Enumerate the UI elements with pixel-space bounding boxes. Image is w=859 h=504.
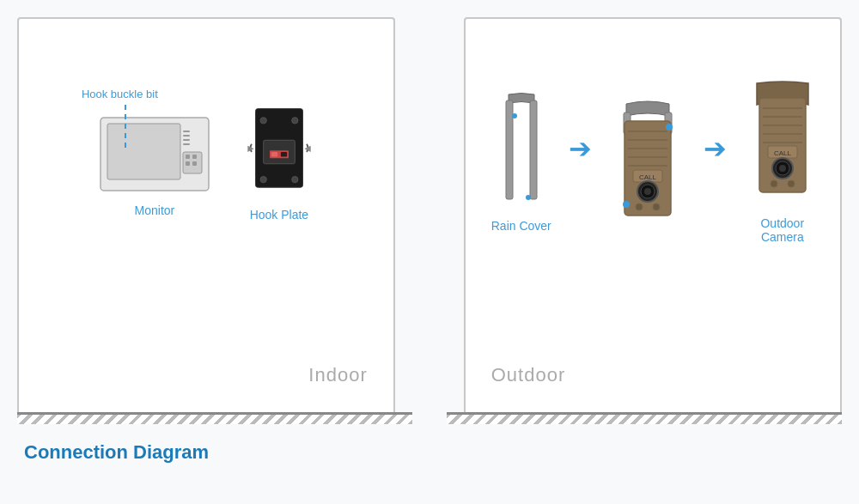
svg-rect-20 bbox=[506, 100, 513, 199]
main-container: Hook buckle bit bbox=[0, 0, 859, 504]
connection-diagram-section: Connection Diagram bbox=[21, 441, 842, 464]
floor-gap bbox=[412, 412, 447, 426]
arrow-to-final-camera: ➔ bbox=[704, 132, 727, 165]
floor-area bbox=[17, 412, 842, 426]
svg-point-15 bbox=[292, 176, 298, 182]
outdoor-label: Outdoor bbox=[491, 364, 566, 386]
svg-rect-2 bbox=[183, 131, 190, 132]
monitor-label: Monitor bbox=[135, 203, 175, 217]
hook-buckle-line bbox=[125, 105, 126, 148]
svg-point-38 bbox=[653, 203, 660, 210]
hookplate-label: Hook Plate bbox=[250, 208, 308, 222]
svg-point-12 bbox=[260, 118, 266, 124]
monitor-image bbox=[99, 113, 210, 195]
monitor-block: Hook buckle bit bbox=[99, 113, 210, 217]
svg-point-40 bbox=[623, 201, 630, 208]
camera-with-cover-block: CALL bbox=[609, 97, 686, 226]
sections-wrapper: Hook buckle bit bbox=[17, 17, 842, 412]
svg-rect-19 bbox=[281, 152, 287, 157]
svg-rect-21 bbox=[530, 100, 537, 199]
svg-rect-9 bbox=[186, 161, 190, 166]
svg-point-13 bbox=[292, 118, 298, 124]
svg-rect-10 bbox=[192, 161, 197, 166]
arrow-to-camera-with-cover: ➔ bbox=[569, 132, 592, 165]
hook-buckle-label: Hook buckle bit bbox=[82, 88, 158, 100]
section-gap bbox=[395, 17, 430, 412]
outdoor-camera-block: CALL OutdoorCamera bbox=[744, 79, 821, 244]
indoor-section: Hook buckle bit bbox=[17, 17, 395, 412]
connection-diagram-title: Connection Diagram bbox=[24, 441, 209, 463]
outdoor-camera-image: CALL bbox=[744, 79, 821, 208]
svg-rect-5 bbox=[183, 143, 190, 145]
svg-point-39 bbox=[666, 124, 673, 131]
hookplate-block: Hook Plate bbox=[245, 105, 314, 222]
svg-rect-3 bbox=[183, 135, 190, 137]
svg-rect-1 bbox=[107, 124, 180, 179]
svg-text:CALL: CALL bbox=[774, 149, 792, 157]
hookplate-image bbox=[245, 105, 314, 199]
rain-cover-block: Rain Cover bbox=[491, 90, 551, 233]
indoor-items: Hook buckle bit bbox=[36, 70, 376, 222]
svg-rect-8 bbox=[192, 155, 197, 159]
rain-cover-label: Rain Cover bbox=[491, 219, 551, 233]
floor-outdoor bbox=[447, 412, 842, 424]
svg-text:CALL: CALL bbox=[639, 173, 657, 181]
svg-rect-18 bbox=[271, 152, 277, 157]
svg-point-53 bbox=[788, 180, 795, 187]
rain-cover-image bbox=[496, 90, 547, 210]
outdoor-camera-label: OutdoorCamera bbox=[760, 216, 804, 244]
svg-rect-4 bbox=[183, 139, 190, 141]
svg-point-52 bbox=[771, 180, 777, 187]
svg-rect-7 bbox=[186, 155, 190, 159]
outdoor-items: Rain Cover ➔ bbox=[491, 79, 823, 244]
svg-point-37 bbox=[636, 203, 643, 210]
svg-point-23 bbox=[526, 195, 531, 200]
svg-point-22 bbox=[512, 113, 517, 118]
svg-point-36 bbox=[644, 188, 651, 195]
outdoor-section: Rain Cover ➔ bbox=[464, 17, 842, 412]
svg-point-51 bbox=[779, 165, 786, 172]
floor-indoor bbox=[17, 412, 412, 424]
indoor-label: Indoor bbox=[308, 364, 367, 386]
camera-with-cover-image: CALL bbox=[609, 97, 686, 226]
svg-point-14 bbox=[260, 176, 266, 182]
